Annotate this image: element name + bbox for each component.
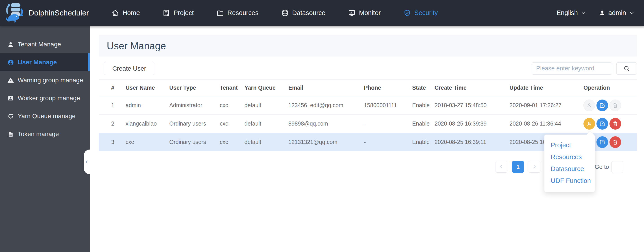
column-header: Email: [288, 80, 364, 96]
page-header: User Manage: [99, 35, 637, 56]
user-avatar-icon: [599, 10, 606, 16]
sidebar-item-warning-group-manage[interactable]: Warning group manage: [0, 71, 90, 89]
authorize-user-button[interactable]: [584, 118, 595, 130]
sidebar-item-label: Yarn Queue manage: [18, 112, 76, 120]
cell-state: Enable: [412, 114, 434, 133]
search-input[interactable]: [532, 62, 612, 75]
nav-item-home[interactable]: Home: [111, 9, 140, 17]
dolphinscheduler-logo-icon: [5, 2, 26, 24]
trash-icon: [612, 120, 618, 127]
table-header-row: # User Name User Type Tenant Yarn Queue …: [99, 80, 637, 96]
nav-item-project[interactable]: Project: [162, 9, 194, 17]
table-row[interactable]: 2xiangcaibiaoOrdinary userscxcdefault898…: [99, 114, 637, 133]
cell-email: 12131321@qq.com: [288, 133, 364, 151]
monitor-icon: [348, 9, 356, 17]
delete-user-button[interactable]: [610, 118, 621, 130]
cell-user_type: Ordinary users: [169, 114, 220, 133]
edit-icon: [599, 120, 606, 127]
delete-user-button[interactable]: [610, 136, 621, 148]
next-page-button[interactable]: [529, 161, 540, 173]
column-header: #: [99, 80, 126, 96]
nav-item-label: Datasource: [292, 9, 325, 16]
column-header: Create Time: [434, 80, 510, 96]
cell-phone: 15800001111: [364, 96, 412, 114]
chevron-down-icon: [580, 10, 586, 16]
sidebar-item-tenant-manage[interactable]: Tenant Manage: [0, 36, 90, 53]
column-header: State: [412, 80, 434, 96]
sidebar-item-worker-group-manage[interactable]: Worker group manage: [0, 89, 90, 107]
nav-item-datasource[interactable]: Datasource: [281, 9, 325, 17]
nav-right: English admin: [556, 9, 634, 16]
sidebar-item-label: Warning group manage: [18, 77, 83, 84]
user-menu[interactable]: admin: [599, 9, 634, 16]
sidebar-item-token-manage[interactable]: Token manage: [0, 125, 90, 143]
security-icon: [403, 9, 411, 17]
prev-page-button[interactable]: [496, 161, 507, 173]
user-circle-icon: [7, 59, 14, 66]
toolbar: Create User: [99, 62, 637, 75]
nav-item-monitor[interactable]: Monitor: [348, 9, 381, 17]
language-selector[interactable]: English: [556, 9, 586, 16]
cell-tenant: cxc: [220, 114, 244, 133]
home-icon: [111, 9, 119, 17]
column-header: Tenant: [220, 80, 244, 96]
cell-yarn_queue: default: [244, 114, 288, 133]
edit-user-button[interactable]: [596, 100, 608, 111]
brand-name: DolphinScheduler: [29, 8, 89, 17]
column-header: User Name: [126, 80, 169, 96]
cell-user_type: Administrator: [169, 96, 220, 114]
search-icon: [623, 65, 630, 72]
nav-item-label: Monitor: [359, 9, 381, 16]
cell-email: 89898@qq.com: [288, 114, 364, 133]
resources-icon: [216, 9, 224, 17]
top-navbar: DolphinScheduler Home Project Resources …: [0, 0, 644, 26]
cell-user_name: admin: [126, 96, 169, 114]
search-button[interactable]: [616, 62, 637, 75]
cell-email: 123456_edit@qq.com: [288, 96, 364, 114]
menu-item-project[interactable]: Project: [544, 139, 595, 151]
yarn-queue-icon: [7, 113, 14, 120]
sidebar-item-user-manage[interactable]: User Manage: [0, 53, 90, 71]
menu-item-udf-function[interactable]: UDF Function: [544, 175, 595, 187]
nav-item-security[interactable]: Security: [403, 9, 438, 17]
goto-page-input[interactable]: [612, 161, 623, 173]
edit-user-button[interactable]: [596, 136, 608, 148]
project-icon: [162, 9, 170, 17]
sidebar-item-label: Worker group manage: [18, 94, 80, 102]
chevron-left-icon: [499, 164, 504, 170]
sidebar-collapse-handle[interactable]: [84, 150, 90, 174]
edit-user-button[interactable]: [596, 118, 608, 130]
sidebar-item-label: Token manage: [18, 130, 59, 138]
nav-item-label: Security: [414, 9, 438, 16]
nav-item-label: Project: [174, 9, 194, 16]
cell-yarn_queue: default: [244, 96, 288, 114]
sidebar: Tenant Manage User Manage Warning group …: [0, 26, 90, 252]
chevron-right-icon: [532, 164, 537, 170]
cell-user_name: xiangcaibiao: [126, 114, 169, 133]
warning-icon: [7, 77, 14, 84]
page-1-button[interactable]: 1: [512, 161, 524, 173]
edit-icon: [599, 139, 606, 145]
delete-user-button: [610, 100, 621, 111]
cell-operation: [584, 96, 637, 114]
nav-menu: Home Project Resources Datasource Monito…: [111, 9, 438, 17]
create-user-button[interactable]: Create User: [104, 62, 155, 75]
main-content: User Manage Create User #: [90, 26, 644, 252]
menu-item-resources[interactable]: Resources: [544, 151, 595, 163]
brand[interactable]: DolphinScheduler: [5, 2, 89, 24]
authorize-user-button: [584, 100, 595, 111]
column-header: Update Time: [510, 80, 584, 96]
person-icon: [586, 102, 592, 108]
username-label: admin: [608, 9, 626, 16]
datasource-icon: [281, 9, 289, 17]
cell-create_time: 2018-03-27 15:48:50: [434, 96, 510, 114]
page-title: User Manage: [107, 40, 166, 52]
cell-state: Enable: [412, 133, 434, 151]
goto-label: Go to: [595, 161, 609, 173]
table-row[interactable]: 1adminAdministratorcxcdefault123456_edit…: [99, 96, 637, 114]
nav-item-resources[interactable]: Resources: [216, 9, 258, 17]
sidebar-item-yarn-queue-manage[interactable]: Yarn Queue manage: [0, 107, 90, 125]
worker-icon: [7, 95, 14, 102]
column-header: Phone: [364, 80, 412, 96]
menu-item-datasource[interactable]: Datasource: [544, 163, 595, 175]
